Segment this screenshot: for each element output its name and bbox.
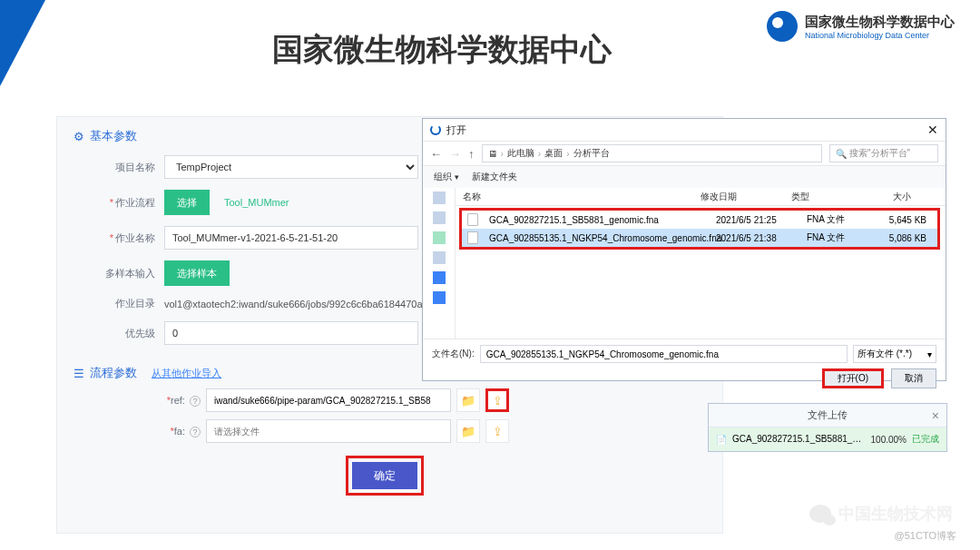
upload-fa-button[interactable]: ⇪ <box>485 419 509 443</box>
multiinput-label: 多样本输入 <box>74 267 155 280</box>
upload-item: 📄 GCA_902827215.1_SB5881_gen函数结f8a 100.0… <box>709 427 946 451</box>
param-ref-input[interactable] <box>206 388 451 412</box>
place-icon[interactable] <box>433 251 446 264</box>
project-label: 项目名称 <box>74 161 155 174</box>
file-row[interactable]: GCA_902827215.1_SB5881_genomic.fna 2021/… <box>462 211 937 229</box>
close-icon[interactable]: ✕ <box>927 123 938 137</box>
dialog-title: 打开 <box>446 123 466 137</box>
brand-logo: 国家微生物科学数据中心 National Microbiology Data C… <box>767 11 955 42</box>
brand-name-en: National Microbiology Data Center <box>805 31 955 40</box>
credit-text: @51CTO博客 <box>895 529 956 543</box>
place-icon[interactable] <box>433 231 446 244</box>
select-sample-button[interactable]: 选择样本 <box>164 260 230 286</box>
list-icon: ☰ <box>74 367 84 380</box>
file-row[interactable]: GCA_902855135.1_NGKP54_Chromosome_genomi… <box>462 229 937 247</box>
filetype-select[interactable]: 所有文件 (*.*)▾ <box>853 345 936 363</box>
browse-folder-button[interactable]: 📁 <box>456 419 480 443</box>
help-icon[interactable]: ? <box>190 427 201 437</box>
search-input[interactable]: 🔍 搜索"分析平台" <box>829 144 938 162</box>
select-workflow-button[interactable]: 选择 <box>164 190 210 215</box>
nav-forward-icon[interactable]: → <box>449 147 461 161</box>
jobname-label: 作业名称 <box>74 231 155 245</box>
import-link[interactable]: 从其他作业导入 <box>152 367 221 380</box>
pc-icon: 🖥 <box>488 149 497 159</box>
upload-filename: GCA_902827215.1_SB5881_gen函数结f8a <box>732 433 866 446</box>
close-icon[interactable]: × <box>932 408 939 423</box>
file-open-dialog: 打开 ✕ ← → ↑ 🖥 › 此电脑 › 桌面 › 分析平台 🔍 搜索"分析平台… <box>422 118 946 381</box>
filename-input[interactable] <box>480 345 848 363</box>
file-icon <box>467 231 478 244</box>
breadcrumb[interactable]: 🖥 › 此电脑 › 桌面 › 分析平台 <box>482 144 823 162</box>
organize-menu[interactable]: 组织 <box>434 171 459 183</box>
cancel-button[interactable]: 取消 <box>891 368 936 388</box>
nav-up-icon[interactable]: ↑ <box>468 147 475 161</box>
upload-title: 文件上传 <box>808 408 848 422</box>
place-icon[interactable] <box>433 192 446 204</box>
brand-name-cn: 国家微生物科学数据中心 <box>805 14 955 31</box>
help-icon[interactable]: ? <box>190 396 201 407</box>
upload-status: 已完成 <box>912 433 939 446</box>
file-icon: 📄 <box>716 435 727 445</box>
open-button[interactable]: 打开(O) <box>822 368 884 388</box>
tool-name-text: Tool_MUMmer <box>224 197 289 208</box>
loading-icon <box>430 124 441 135</box>
file-rows-highlight: GCA_902827215.1_SB5881_genomic.fna 2021/… <box>459 208 940 250</box>
place-icon[interactable] <box>433 271 446 284</box>
accent-triangle <box>0 0 45 86</box>
param-fa-input[interactable] <box>206 419 451 443</box>
project-select[interactable]: TempProject <box>164 155 418 179</box>
logo-icon <box>767 11 798 42</box>
page-title: 国家微生物科学数据中心 <box>272 29 612 71</box>
confirm-button[interactable]: 确定 <box>352 462 417 489</box>
place-icon[interactable] <box>433 291 446 304</box>
upload-icon: ⇪ <box>493 425 503 438</box>
workdir-label: 作业目录 <box>74 297 155 310</box>
wechat-icon <box>809 505 831 523</box>
filename-label: 文件名(N): <box>432 348 475 360</box>
priority-label: 优先级 <box>74 327 155 340</box>
priority-input[interactable] <box>164 321 418 345</box>
file-icon <box>467 213 478 226</box>
param-fa-label: *fa: ? <box>74 426 201 437</box>
watermark: 中国生物技术网 <box>809 503 953 525</box>
param-ref-label: *ref: ? <box>74 395 201 407</box>
file-list-header: 名称 修改日期 类型 大小 <box>456 188 946 206</box>
place-icon[interactable] <box>433 211 446 224</box>
new-folder-button[interactable]: 新建文件夹 <box>472 171 517 183</box>
workflow-label: 作业流程 <box>74 196 155 210</box>
search-icon: 🔍 <box>836 149 847 159</box>
folder-icon: 📁 <box>461 425 475 438</box>
sidebar-places <box>423 188 456 339</box>
upload-toast: 文件上传 × 📄 GCA_902827215.1_SB5881_gen函数结f8… <box>708 403 947 452</box>
jobname-input[interactable] <box>164 226 418 250</box>
nav-back-icon[interactable]: ← <box>430 147 442 161</box>
upload-percent: 100.00% <box>871 435 906 445</box>
sliders-icon: ⚙ <box>74 130 84 143</box>
